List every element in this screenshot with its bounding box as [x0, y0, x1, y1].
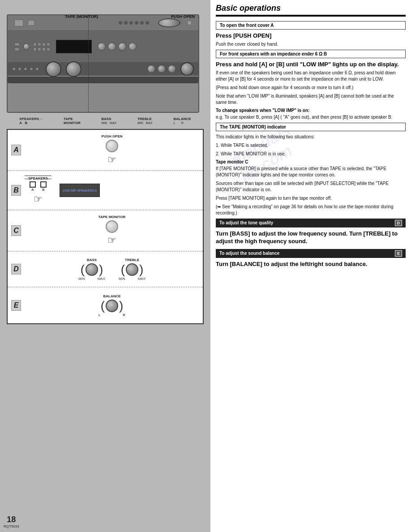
hand-icon-a: ☞: [107, 154, 116, 166]
balance-ctrl-label: BALANCE: [103, 294, 120, 298]
speaker-b-btn: B: [40, 181, 47, 192]
bass-min-max: MIN MAX: [78, 277, 105, 281]
tape-monitor-instruction-box: The TAPE (MONITOR) indicator: [216, 123, 406, 131]
section-b-sub-heading: To change speakers when "LOW IMP" is on:: [216, 108, 406, 113]
section-a-heading: Press [PUSH OPEN]: [216, 32, 406, 40]
tape-monitor-para4: Press [TAPE MONITOR] again to turn the t…: [216, 195, 406, 202]
section-e-dark-box: To adjust the sound balance E: [216, 249, 406, 258]
section-d-box-label: To adjust the tone quality: [219, 220, 273, 225]
section-c-label: C: [11, 225, 21, 236]
section-c-row: C TAPE MONITOR ☞: [8, 210, 203, 252]
section-e-row: E BALANCE ( ) L R: [8, 287, 203, 323]
bass-paren-wrap: ( ): [81, 263, 103, 276]
tape-monitor-para3: Sources other than tape can still be sel…: [216, 180, 406, 193]
section-e-badge: E: [395, 250, 402, 257]
speakers-label: —SPEAKERS—: [25, 176, 51, 180]
section-d-heading: Turn [BASS] to adjust the low frequency …: [216, 230, 406, 245]
section-b-sub-text: e.g. To use speaker B, press [A] ( "A" g…: [216, 114, 406, 120]
balance-knob[interactable]: [106, 300, 118, 312]
left-panel: TAPE (MONITOR) PUSH OPEN: [0, 0, 210, 532]
section-b-instruction-box: For front speakers with an impedance end…: [216, 50, 406, 58]
section-b-heading: Press and hold [A] or [B] until "LOW IMP…: [216, 61, 406, 69]
bass-knob-group: BASS ( ) MIN MAX: [78, 258, 105, 281]
treble-right-paren: ): [139, 263, 143, 276]
page-code: RQT5033: [4, 524, 19, 528]
push-open-label: PUSH OPEN: [171, 14, 195, 19]
tape-monitor-sub-heading: Tape monitor C: [216, 159, 406, 164]
tape-monitor-label: TAPE (MONITOR): [65, 14, 98, 19]
hand-icon-b: ☞: [34, 193, 43, 205]
treble-knob-group: TREBLE ( ) MIN MAX: [119, 258, 146, 281]
tape-monitor-para5: (➡ See "Making a recording" on page 36 f…: [216, 204, 406, 216]
speakers-btns: A B: [30, 181, 47, 192]
section-b-label: B: [11, 185, 21, 196]
section-a-instruction-box: To open the front cover A: [216, 21, 406, 30]
bass-knob[interactable]: [86, 263, 98, 276]
section-c-content: TAPE MONITOR ☞: [25, 215, 199, 246]
section-b-para2: (Press and hold down once again for 4 se…: [216, 85, 406, 91]
display-box-b: LOW IMP SPEAKERS b: [60, 184, 100, 197]
treble-min-max: MIN MAX: [119, 277, 146, 281]
right-panel: manualslib.com Basic operations To open …: [210, 0, 411, 532]
section-e-content: BALANCE ( ) L R: [25, 294, 199, 317]
bass-left-paren: (: [81, 263, 85, 276]
section-a-content: PUSH OPEN ☞: [25, 134, 199, 166]
section-b-para1: If even one of the speakers being used h…: [216, 70, 406, 82]
treble-left-paren: (: [121, 263, 125, 276]
section-a-row: A PUSH OPEN ☞: [8, 130, 203, 171]
push-open-ctrl-label: PUSH OPEN: [101, 134, 122, 138]
device-illustration: [7, 14, 199, 113]
treble-knob[interactable]: [126, 263, 138, 276]
balance-paren-wrap: ( ): [101, 300, 124, 312]
section-b-para3: Note that when "LOW IMP" is illuminated,…: [216, 93, 406, 106]
section-d-badge: D: [395, 220, 402, 226]
section-e-box-label: To adjust the sound balance: [219, 251, 279, 256]
tape-monitor-item1: 1. While TAPE is selected.: [216, 142, 406, 149]
section-b-content: —SPEAKERS— A B ☞ LOW IMP SPEAKERS b: [25, 176, 199, 205]
page-number-area: 18 RQT5033: [4, 515, 19, 528]
bass-right-paren: ): [99, 263, 103, 276]
section-e-heading: Turn [BALANCE] to adjust the left/right …: [216, 261, 406, 268]
tape-monitor-para1: This indicator lights in the following t…: [216, 134, 406, 140]
section-d-row: D BASS ( ) MIN MAX: [8, 252, 203, 287]
section-d-label: D: [11, 264, 21, 275]
two-knobs-row: BASS ( ) MIN MAX TREBLE: [78, 258, 146, 281]
balance-right-label: R: [123, 313, 125, 317]
balance-right-paren: ): [119, 300, 123, 312]
treble-label: TREBLE: [125, 258, 139, 262]
section-d-content: BASS ( ) MIN MAX TREBLE: [25, 258, 199, 281]
bass-label: BASS: [87, 258, 97, 262]
sections-container: A PUSH OPEN ☞ B —SPEAKERS— A: [7, 129, 204, 324]
section-d-dark-box: To adjust the tone quality D: [216, 219, 406, 227]
section-e-label: E: [11, 300, 21, 311]
page-number: 18: [7, 515, 16, 524]
balance-left-paren: (: [101, 300, 105, 312]
section-a-label: A: [11, 145, 21, 155]
tape-monitor-ctrl-label: TAPE MONITOR: [98, 215, 126, 219]
section-a-text: Push the cover closed by hand.: [216, 41, 406, 47]
tape-monitor-item2: 2. While TAPE MONITOR is in use.: [216, 151, 406, 157]
section-b-row: B —SPEAKERS— A B ☞: [8, 171, 203, 210]
hand-icon-c: ☞: [107, 235, 116, 246]
balance-left-label: L: [98, 313, 100, 317]
page-title: Basic operations: [216, 4, 406, 17]
bottom-labels: SPEAKERS→A B TAPEMONITOR BASSMIN MAX TRE…: [4, 115, 206, 127]
tape-monitor-para2: If [TAPE MONITOR] is pressed while a sou…: [216, 166, 406, 178]
treble-paren-wrap: ( ): [121, 263, 144, 276]
speaker-a-btn: A: [30, 181, 36, 192]
